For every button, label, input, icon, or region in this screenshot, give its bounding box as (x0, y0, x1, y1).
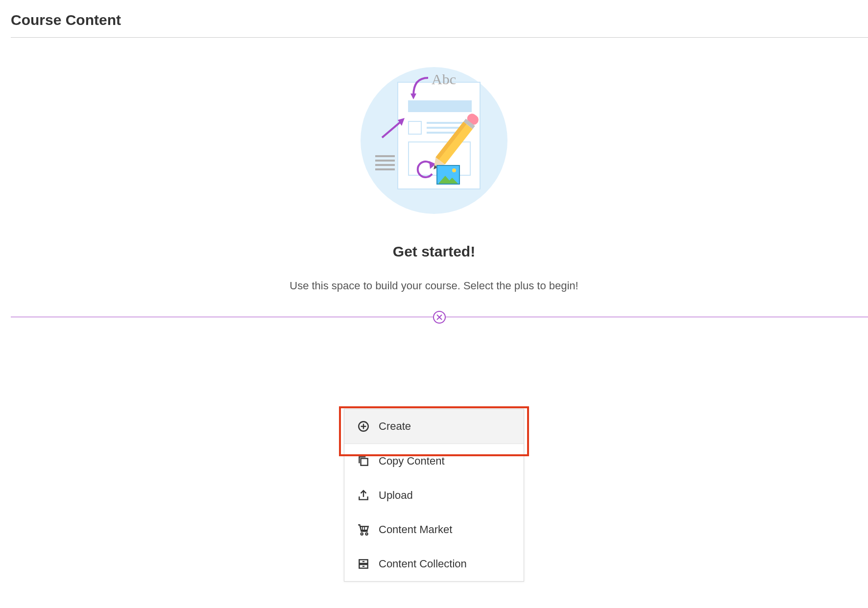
cart-icon (357, 523, 370, 536)
close-add-button[interactable] (433, 311, 446, 324)
close-icon (436, 314, 442, 320)
menu-item-content-collection[interactable]: Content Collection (344, 547, 524, 581)
arrow-diagonal-icon (380, 116, 410, 140)
empty-state-subtext: Use this space to build your course. Sel… (0, 280, 868, 292)
menu-item-copy-content[interactable]: Copy Content (344, 444, 524, 478)
add-content-divider (11, 317, 868, 317)
menu-item-label: Copy Content (379, 455, 445, 468)
plus-circle-icon (357, 420, 370, 433)
image-icon (436, 165, 460, 185)
empty-state-heading: Get started! (0, 243, 868, 260)
menu-item-create[interactable]: Create (344, 409, 524, 444)
illustration-paragraph-lines (375, 155, 395, 173)
upload-icon (357, 489, 370, 502)
menu-item-content-market[interactable]: Content Market (344, 513, 524, 547)
title-divider (11, 37, 868, 38)
illustration-doc-box (408, 121, 422, 135)
page-title: Course Content (0, 0, 868, 37)
svg-line-1 (382, 121, 402, 138)
menu-item-label: Create (379, 420, 411, 433)
arrow-down-icon (409, 76, 432, 105)
empty-state-illustration: Abc (361, 67, 507, 214)
add-content-menu: Create Copy Content Upload Content Marke… (344, 409, 524, 582)
svg-rect-15 (361, 459, 368, 466)
menu-item-label: Upload (379, 489, 413, 502)
archive-icon (357, 558, 370, 570)
copy-icon (357, 455, 370, 468)
menu-item-label: Content Market (379, 523, 452, 536)
menu-item-label: Content Collection (379, 558, 467, 570)
empty-state: Abc Get started! Use this space to bu (0, 67, 868, 292)
svg-point-20 (365, 533, 367, 535)
svg-point-19 (361, 533, 363, 535)
menu-item-upload[interactable]: Upload (344, 478, 524, 513)
svg-marker-0 (410, 94, 416, 99)
illustration-abc-label: Abc (432, 71, 456, 88)
